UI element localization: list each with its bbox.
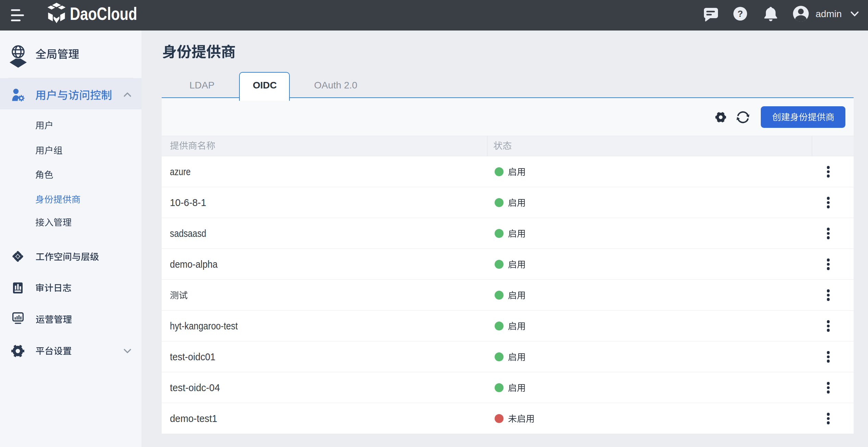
svg-text:?: ? — [737, 9, 743, 19]
